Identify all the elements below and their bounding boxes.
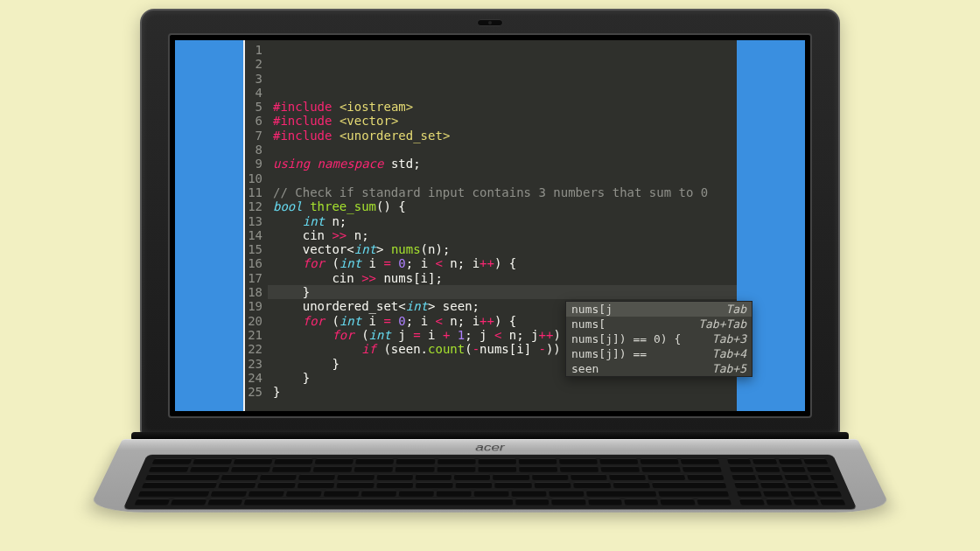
code-line[interactable]: #include <iostream>: [273, 100, 737, 114]
autocomplete-item[interactable]: nums[j]) ==Tab+4: [566, 346, 752, 361]
autocomplete-text: nums[j]) ==: [571, 346, 647, 361]
line-number: 24: [245, 371, 262, 385]
brand-logo: acer: [475, 442, 505, 454]
autocomplete-hint: Tab+Tab: [698, 317, 746, 331]
autocomplete-item[interactable]: seenTab+5: [566, 361, 752, 376]
keyboard-key: [190, 466, 230, 472]
laptop-lid: 1234567891011121314151617181920212223242…: [140, 9, 840, 436]
autocomplete-popup[interactable]: nums[jTabnums[Tab+Tabnums[j]) == 0) {Tab…: [565, 301, 752, 377]
code-area[interactable]: nums[jTabnums[Tab+Tabnums[j]) == 0) {Tab…: [268, 40, 737, 411]
keyboard-key: [812, 482, 838, 488]
current-line-highlight: [268, 285, 737, 299]
autocomplete-item[interactable]: nums[Tab+Tab: [566, 317, 752, 331]
keyboard-key: [573, 482, 611, 488]
code-line[interactable]: #include <vector>: [273, 114, 737, 128]
code-line[interactable]: [273, 171, 737, 185]
keyboard-key: [760, 482, 786, 488]
keyboard-key: [819, 499, 845, 505]
line-number: 13: [245, 214, 262, 228]
line-number: 1: [245, 43, 262, 57]
keyboard-key: [337, 482, 374, 488]
keyboard-key: [734, 482, 760, 488]
code-line[interactable]: bool three_sum() {: [273, 199, 737, 213]
keyboard-key: [612, 482, 650, 488]
keyboard-key: [680, 458, 719, 464]
autocomplete-text: seen: [571, 361, 598, 376]
line-number: 16: [245, 256, 262, 270]
keyboard-key: [297, 482, 334, 488]
keyboard-key: [512, 491, 547, 497]
keyboard-key: [135, 499, 171, 505]
line-number: 17: [245, 271, 262, 285]
code-line[interactable]: for (int i = 0; i < n; i++) {: [273, 256, 737, 270]
keyboard-key: [145, 474, 220, 480]
webcam-icon: [477, 19, 503, 26]
keyboard-deck: acer: [88, 439, 893, 513]
keyboard-key: [806, 466, 831, 472]
code-line[interactable]: vector<int> nums(n);: [273, 242, 737, 256]
screen: 1234567891011121314151617181920212223242…: [175, 40, 805, 411]
keyboard-key: [755, 466, 780, 472]
keyboard-key: [396, 458, 435, 464]
line-number: 2: [245, 57, 262, 71]
autocomplete-hint: Tab+3: [712, 331, 746, 346]
line-number: 3: [245, 72, 262, 86]
code-editor[interactable]: 1234567891011121314151617181920212223242…: [243, 40, 737, 411]
keyboard-key: [660, 499, 695, 505]
keyboard-key: [324, 491, 360, 497]
keyboard-key: [559, 458, 598, 464]
keyboard-key: [588, 499, 622, 505]
laptop-base: acer: [122, 436, 858, 541]
line-number: 4: [245, 86, 262, 100]
autocomplete-item[interactable]: nums[jTab: [566, 302, 752, 317]
line-number: 25: [245, 385, 262, 399]
keyboard-key: [809, 474, 835, 480]
keyboard-key: [376, 474, 413, 480]
screen-bezel: 1234567891011121314151617181920212223242…: [168, 33, 812, 418]
keyboard-key: [211, 491, 248, 497]
keyboard-key: [207, 499, 243, 505]
keyboard-key: [532, 474, 569, 480]
keyboard-key: [519, 458, 557, 464]
keyboard-key: [495, 482, 532, 488]
keyboard-key: [570, 474, 607, 480]
keyboard-key: [438, 458, 476, 464]
keyboard-key: [599, 458, 638, 464]
keyboard-key: [652, 482, 726, 488]
keyboard-key: [192, 458, 233, 464]
laptop: 1234567891011121314151617181920212223242…: [122, 9, 858, 542]
code-line[interactable]: // Check if standard input contains 3 nu…: [273, 185, 737, 199]
keyboard-key: [218, 482, 256, 488]
keyboard-key: [149, 466, 189, 472]
keyboard-key: [737, 491, 762, 497]
keyboard-key: [286, 491, 322, 497]
code-line[interactable]: #include <unordered_set>: [273, 129, 737, 143]
autocomplete-item[interactable]: nums[j]) == 0) {Tab+3: [566, 331, 752, 346]
autocomplete-hint: Tab+5: [712, 361, 746, 376]
code-line[interactable]: }: [273, 385, 737, 399]
keyboard-key: [138, 491, 210, 497]
code-line[interactable]: cin >> n;: [273, 228, 737, 242]
keyboard-key: [257, 482, 296, 488]
code-line[interactable]: int n;: [273, 214, 737, 228]
keyboard-key: [494, 474, 529, 480]
keyboard-key: [696, 499, 732, 505]
keyboard-key: [624, 499, 659, 505]
line-number: 9: [245, 157, 262, 171]
keyboard: [122, 455, 857, 510]
keyboard-key: [354, 466, 394, 472]
line-number: 7: [245, 129, 262, 143]
keyboard-key: [437, 491, 472, 497]
code-line[interactable]: [273, 143, 737, 157]
code-line[interactable]: [273, 399, 737, 411]
line-number: 8: [245, 143, 262, 157]
keyboard-key: [787, 482, 812, 488]
keyboard-key: [244, 499, 513, 505]
code-line[interactable]: using namespace std;: [273, 157, 737, 171]
keyboard-key: [766, 499, 792, 505]
keyboard-key: [793, 499, 819, 505]
line-number: 14: [245, 228, 262, 242]
keyboard-key: [729, 466, 753, 472]
keyboard-key: [272, 466, 312, 472]
code-line[interactable]: cin >> nums[i];: [273, 271, 737, 285]
